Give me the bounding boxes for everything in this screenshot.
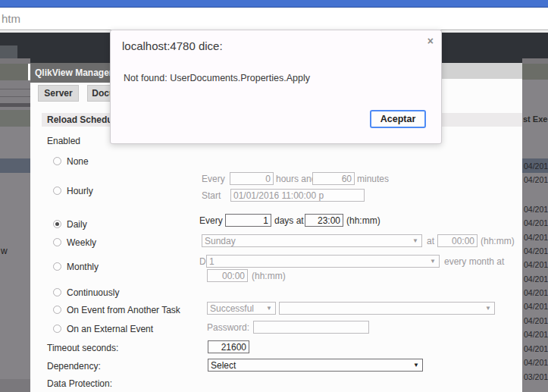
table-row[interactable]: 04/201 (522, 299, 548, 313)
chevron-down-icon: ▼ (266, 305, 272, 312)
radio-monthly[interactable] (53, 262, 61, 271)
radio-continuously-label: Continuously (67, 287, 119, 298)
daily-days-at-label: days at (274, 215, 304, 226)
radio-on-event[interactable] (53, 306, 61, 314)
radio-daily[interactable] (53, 220, 61, 228)
table-row[interactable]: 04/201 (522, 356, 548, 369)
weekly-time-input[interactable] (437, 234, 478, 247)
event-status-value: Successful (210, 303, 254, 314)
bg-right-row (522, 58, 548, 64)
bg-left-footer (0, 379, 30, 392)
table-row[interactable]: 04/201 (522, 244, 548, 258)
chevron-down-icon: ▼ (485, 305, 491, 312)
radio-hourly-label: Hourly (67, 186, 93, 196)
hourly-start-input[interactable] (230, 189, 365, 202)
accept-button[interactable]: Aceptar (370, 110, 426, 128)
radio-hourly[interactable] (53, 187, 61, 195)
radio-weekly[interactable] (53, 238, 61, 246)
dependency-value: Select (211, 360, 236, 371)
daily-every-label: Every (199, 215, 223, 226)
hourly-minutes-input[interactable] (312, 172, 355, 185)
table-row[interactable]: 04/201 (522, 286, 548, 299)
daily-hhmm-label: (hh:mm) (346, 215, 380, 226)
dependency-label: Dependency: (47, 361, 101, 372)
bg-row-line (0, 96, 30, 97)
table-row[interactable]: 04/201 (522, 173, 548, 187)
bg-left-text-fragment: w (1, 246, 8, 256)
alert-dialog: localhost:4780 dice: Not found: UserDocu… (110, 30, 442, 144)
address-text: htm (2, 12, 20, 25)
alert-message: Not found: UserDocuments.Properties.Appl… (124, 73, 310, 83)
bg-right-header-band (522, 64, 548, 80)
bg-left-header (0, 64, 28, 80)
table-row[interactable]: 04/201 (522, 342, 548, 356)
daily-days-input[interactable] (225, 214, 271, 227)
monthly-time-input[interactable] (207, 269, 248, 282)
data-protection-label: Data Protection: (47, 378, 112, 389)
password-field[interactable] (253, 321, 369, 334)
password-label: Password: (207, 322, 249, 333)
bg-left-row (0, 58, 30, 64)
bg-row-line (0, 89, 30, 89)
timeout-label: Timeout seconds: (47, 343, 118, 353)
monthly-day-value: 1 (209, 256, 215, 267)
bg-left-area: w (0, 173, 30, 379)
chevron-down-icon: ▼ (430, 258, 436, 265)
table-row[interactable]: 04/201 (522, 216, 548, 230)
bg-left-block (0, 45, 17, 58)
bg-left-selected-row[interactable] (0, 158, 30, 173)
table-row[interactable]: 04/201 (522, 159, 548, 173)
event-status-select[interactable]: Successful ▼ (207, 302, 276, 315)
monthly-every-month-label: every month at (444, 256, 504, 267)
tab-server[interactable]: Server (38, 85, 79, 102)
table-row[interactable]: 04/201 (522, 230, 548, 244)
chevron-down-icon: ▼ (412, 237, 418, 244)
radio-none-label: None (67, 156, 89, 167)
radio-daily-label: Daily (67, 219, 87, 230)
alert-title: localhost:4780 dice: (122, 39, 223, 52)
monthly-day-select[interactable]: 1 ▼ (206, 255, 440, 268)
weekly-hhmm-label: (hh:mm) (481, 236, 515, 246)
bg-right-table: st Exec 04/201 04/201 04/201 04/201 04/2… (522, 80, 548, 392)
bg-left-rows (0, 80, 30, 110)
table-row[interactable]: 03/201 (522, 370, 548, 384)
event-task-select[interactable]: ▼ (279, 302, 495, 315)
enabled-label: Enabled (47, 136, 80, 146)
hourly-hours-and-label: hours and (276, 174, 316, 184)
daily-time-input[interactable] (305, 214, 343, 227)
weekly-at-label: at (427, 236, 434, 246)
hourly-hours-input[interactable] (230, 172, 274, 185)
table-row[interactable]: 04/201 (522, 202, 548, 216)
table-row[interactable]: 04/201 (522, 258, 548, 271)
chevron-down-icon: ▼ (413, 362, 419, 368)
close-icon[interactable]: × (427, 35, 434, 47)
weekly-day-value: Sunday (205, 236, 236, 246)
last-execution-column-header: st Exec (523, 114, 548, 124)
radio-weekly-label: Weekly (67, 237, 96, 248)
radio-external-event-label: On an External Event (67, 324, 153, 334)
table-row[interactable]: 04/201 (522, 272, 548, 286)
hourly-start-label: Start (202, 190, 221, 201)
radio-continuously[interactable] (53, 288, 61, 296)
radio-on-event-label: On Event from Another Task (67, 305, 180, 315)
bg-left-band (0, 110, 30, 127)
bg-left-area (0, 127, 30, 158)
radio-none[interactable] (53, 157, 61, 165)
table-row[interactable]: 04/201 (522, 314, 548, 328)
browser-titlebar (0, 0, 548, 8)
hourly-every-label: Every (202, 174, 225, 184)
bg-row-line (0, 103, 30, 107)
address-bar[interactable]: htm (0, 8, 548, 30)
weekly-day-select[interactable]: Sunday ▼ (202, 234, 422, 247)
table-row[interactable]: 04/201 (522, 328, 548, 341)
timeout-input[interactable] (208, 340, 249, 353)
hourly-minutes-label: minutes (357, 174, 389, 184)
monthly-hhmm-label: (hh:mm) (252, 271, 286, 281)
screen: htm w st Exec 04/201 04/201 04/201 04/20… (0, 0, 548, 392)
radio-monthly-label: Monthly (67, 262, 99, 272)
radio-external-event[interactable] (53, 325, 61, 333)
dependency-select[interactable]: Select ▼ (208, 359, 423, 372)
